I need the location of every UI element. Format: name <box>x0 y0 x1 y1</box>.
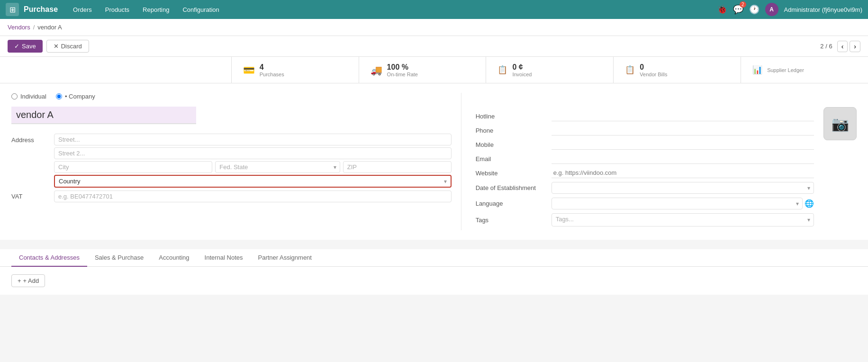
language-globe-button[interactable]: 🌐 <box>805 199 814 208</box>
company-radio-label[interactable]: • Company <box>56 93 95 100</box>
vendor-bills-icon: 📋 <box>625 65 635 75</box>
phone-label: Phone <box>476 127 552 134</box>
next-record-button[interactable]: › <box>850 41 860 52</box>
record-navigation: 2 / 6 ‹ › <box>820 41 860 52</box>
street2-input[interactable] <box>54 147 452 159</box>
add-button[interactable]: + + Add <box>11 274 45 287</box>
vat-label: VAT <box>11 193 54 200</box>
camera-add-icon: 📷 <box>832 116 849 132</box>
tab-sales-purchase[interactable]: Sales & Purchase <box>87 249 151 267</box>
phone-input[interactable] <box>552 125 814 136</box>
stat-empty <box>0 57 232 83</box>
tab-internal-notes[interactable]: Internal Notes <box>197 249 251 267</box>
company-label: • Company <box>65 93 95 100</box>
add-label: + Add <box>23 277 39 284</box>
website-input[interactable] <box>552 168 814 178</box>
ledger-icon: 📊 <box>752 65 762 75</box>
invoiced-label: Invoiced <box>512 72 532 77</box>
action-bar: ✓ Save ✕ Discard 2 / 6 ‹ › <box>0 36 868 57</box>
country-select[interactable]: Country <box>55 176 451 187</box>
prev-record-button[interactable]: ‹ <box>837 41 848 52</box>
nav-right: 🐞 💬 2 🕐 A Administrator (fj6nyue0vi9m) <box>717 3 862 16</box>
vendor-bills-value: 0 <box>640 63 667 72</box>
save-check-icon: ✓ <box>14 43 19 50</box>
purchases-value: 4 <box>260 63 284 72</box>
chat-icon[interactable]: 💬 2 <box>733 4 743 15</box>
city-input[interactable] <box>54 161 212 173</box>
invoiced-value: 0 ¢ <box>512 63 532 72</box>
activity-icon[interactable]: 🐞 <box>717 4 727 15</box>
tab-partner-assignment[interactable]: Partner Assignment <box>251 249 319 267</box>
individual-label: Individual <box>20 93 46 100</box>
zip-input[interactable] <box>343 161 452 173</box>
save-label: Save <box>22 43 36 50</box>
tab-accounting[interactable]: Accounting <box>151 249 197 267</box>
country-wrapper: Country ▾ <box>54 175 452 188</box>
record-counter: 2 / 6 <box>820 43 832 50</box>
supplier-ledger-label: Supplier Ledger <box>767 67 804 73</box>
vendor-name-input[interactable] <box>11 107 196 124</box>
nav-menu: Orders Products Reporting Configuration <box>67 3 717 16</box>
mobile-input[interactable] <box>552 139 814 150</box>
email-label: Email <box>476 155 552 163</box>
clock-icon[interactable]: 🕐 <box>749 4 760 15</box>
tags-label: Tags <box>476 217 552 224</box>
stat-supplier-ledger[interactable]: 📊 Supplier Ledger <box>741 57 868 83</box>
user-name[interactable]: Administrator (fj6nyue0vi9m) <box>784 6 862 13</box>
individual-radio-label[interactable]: Individual <box>11 93 46 100</box>
stat-vendor-bills[interactable]: 📋 0 Vendor Bills <box>614 57 741 83</box>
stat-bar: 💳 4 Purchases 🚚 100 % On-time Rate 📋 0 ¢… <box>0 57 868 83</box>
action-buttons: ✓ Save ✕ Discard <box>8 40 89 53</box>
nav-products[interactable]: Products <box>99 3 135 16</box>
discard-button[interactable]: ✕ Discard <box>46 40 89 53</box>
purchases-label: Purchases <box>260 72 284 77</box>
street-input[interactable] <box>54 134 452 145</box>
nav-configuration[interactable]: Configuration <box>177 3 225 16</box>
tab-contacts[interactable]: Contacts & Addresses <box>11 249 87 267</box>
stat-purchases[interactable]: 💳 4 Purchases <box>232 57 359 83</box>
breadcrumb-vendors[interactable]: Vendors <box>8 24 30 31</box>
language-select[interactable] <box>552 198 803 209</box>
individual-radio[interactable] <box>11 93 18 100</box>
discard-x-icon: ✕ <box>54 43 59 50</box>
breadcrumb: Vendors / vendor A <box>0 19 868 36</box>
purchases-icon: 💳 <box>243 64 255 76</box>
tabs-bar: Contacts & Addresses Sales & Purchase Ac… <box>0 249 868 267</box>
state-select[interactable]: Fed. State <box>215 161 340 173</box>
address-label: Address <box>11 134 54 144</box>
app-name: Purchase <box>24 5 58 14</box>
breadcrumb-separator: / <box>33 24 35 31</box>
tags-input[interactable]: Tags... <box>552 213 814 226</box>
stat-invoiced[interactable]: 📋 0 ¢ Invoiced <box>486 57 614 83</box>
company-radio[interactable] <box>56 93 62 100</box>
tab-content: + + Add <box>0 267 868 295</box>
on-time-value: 100 % <box>387 63 418 72</box>
photo-placeholder[interactable]: 📷 <box>823 107 857 140</box>
nav-reporting[interactable]: Reporting <box>137 3 175 16</box>
email-input[interactable] <box>552 154 814 164</box>
vendor-bills-label: Vendor Bills <box>640 72 667 77</box>
mobile-label: Mobile <box>476 141 552 148</box>
stat-on-time[interactable]: 🚚 100 % On-time Rate <box>359 57 487 83</box>
plus-icon: + <box>18 277 21 284</box>
date-of-establishment-input[interactable] <box>552 182 814 194</box>
save-button[interactable]: ✓ Save <box>8 40 43 53</box>
nav-orders[interactable]: Orders <box>67 3 98 16</box>
main-form: Individual • Company Address <box>0 83 868 240</box>
top-navigation: ⊞ Purchase Orders Products Reporting Con… <box>0 0 868 19</box>
app-grid-icon[interactable]: ⊞ <box>6 3 19 16</box>
truck-icon: 🚚 <box>371 64 382 76</box>
avatar[interactable]: A <box>765 3 778 16</box>
date-of-establishment-label: Date of Establishment <box>476 184 552 191</box>
chat-badge: 2 <box>740 1 746 8</box>
vat-input[interactable] <box>54 190 452 202</box>
language-label: Language <box>476 200 552 207</box>
invoice-icon: 📋 <box>497 65 507 75</box>
website-label: Website <box>476 170 552 177</box>
hotline-label: Hotline <box>476 113 552 120</box>
on-time-label: On-time Rate <box>387 72 418 77</box>
breadcrumb-current: vendor A <box>37 24 62 31</box>
discard-label: Discard <box>61 43 82 50</box>
hotline-input[interactable] <box>552 111 814 121</box>
